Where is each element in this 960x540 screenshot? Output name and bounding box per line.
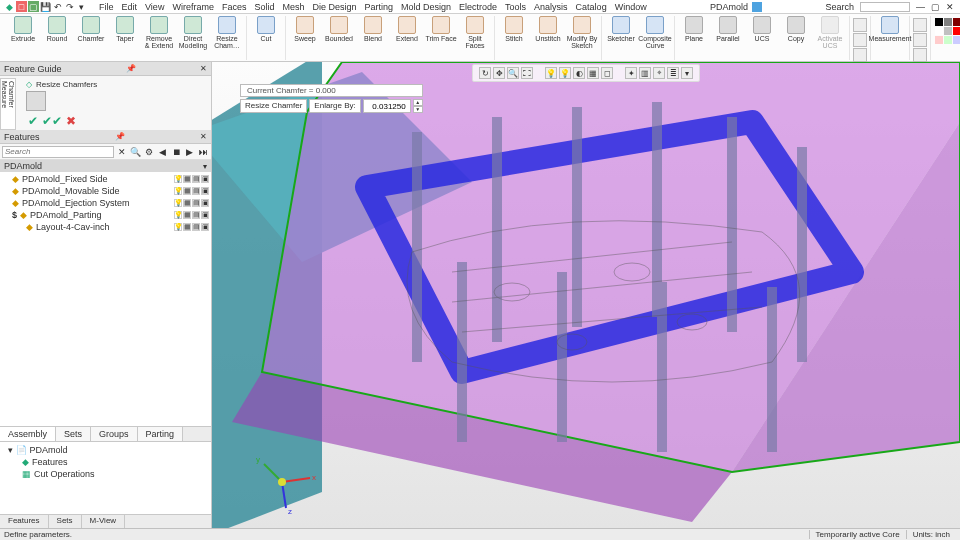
feature-node[interactable]: ◆Layout-4-Cav-inch💡▦▤▣	[0, 221, 211, 233]
menu-electrode[interactable]: Electrode	[459, 2, 497, 12]
activate-ucs-button[interactable]: Activate UCS	[814, 16, 846, 49]
menu-faces[interactable]: Faces	[222, 2, 247, 12]
menu-tools[interactable]: Tools	[505, 2, 526, 12]
vt-wire-icon[interactable]: ▦	[587, 67, 599, 79]
search-input[interactable]	[860, 2, 910, 12]
feature-node[interactable]: ◆PDAmold_Movable Side💡▦▤▣	[0, 185, 211, 197]
vis-icon[interactable]: 💡	[174, 187, 182, 195]
vt-more-icon[interactable]: ▾	[681, 67, 693, 79]
chamfer-value-input[interactable]	[363, 99, 411, 113]
qat-redo-icon[interactable]: ↷	[64, 1, 75, 12]
menu-window[interactable]: Window	[615, 2, 647, 12]
assembly-features[interactable]: ◆Features	[4, 456, 207, 468]
color-swatch[interactable]	[944, 18, 952, 26]
stitch-button[interactable]: Stitch	[498, 16, 530, 42]
vt-shade-icon[interactable]: ◐	[573, 67, 585, 79]
trim-face-button[interactable]: Trim Face	[425, 16, 457, 42]
lock-icon[interactable]: ▦	[183, 211, 191, 219]
document-icon[interactable]	[752, 2, 762, 12]
stop-icon[interactable]: ⏹	[170, 146, 182, 158]
qat-undo-icon[interactable]: ↶	[52, 1, 63, 12]
text-tool-icon[interactable]	[853, 48, 867, 62]
color-swatch[interactable]	[935, 36, 943, 44]
tab-groups[interactable]: Groups	[91, 427, 138, 441]
vt-zoom-icon[interactable]: 🔍	[507, 67, 519, 79]
vt-bulb2-icon[interactable]: 💡	[559, 67, 571, 79]
remove-extend-button[interactable]: Remove & Extend	[143, 16, 175, 49]
menu-mold-design[interactable]: Mold Design	[401, 2, 451, 12]
prev-icon[interactable]: ◀	[157, 146, 169, 158]
menu-file[interactable]: File	[99, 2, 114, 12]
lock-icon[interactable]: ▦	[183, 187, 191, 195]
ext-icon[interactable]: ▣	[201, 223, 209, 231]
sel-icon[interactable]: ▤	[192, 187, 200, 195]
lock-icon[interactable]: ▦	[183, 199, 191, 207]
color-palette[interactable]	[935, 18, 960, 44]
cancel-icon[interactable]: ✖	[66, 114, 76, 128]
copy-button[interactable]: Copy	[780, 16, 812, 42]
color-swatch[interactable]	[953, 36, 960, 44]
minimize-icon[interactable]: —	[916, 2, 925, 12]
btab-sets[interactable]: Sets	[49, 515, 82, 528]
close-icon[interactable]: ✕	[946, 2, 954, 12]
split-faces-button[interactable]: Split Faces	[459, 16, 491, 49]
vt-ghost-icon[interactable]: ◻	[601, 67, 613, 79]
qat-more-icon[interactable]: ▾	[76, 1, 87, 12]
qat-new-icon[interactable]: □	[16, 1, 27, 12]
extrude-button[interactable]: Extrude	[7, 16, 39, 42]
sel-icon[interactable]: ▤	[192, 211, 200, 219]
color-swatch[interactable]	[944, 27, 952, 35]
vis-icon[interactable]: 💡	[174, 175, 182, 183]
lock-icon[interactable]: ▦	[183, 223, 191, 231]
color-swatch[interactable]	[944, 36, 952, 44]
qat-open-icon[interactable]: ▢	[28, 1, 39, 12]
fg-option-icon[interactable]	[26, 91, 46, 111]
spin-up-icon[interactable]: ▲	[413, 99, 423, 106]
sketcher-button[interactable]: Sketcher	[605, 16, 637, 42]
blend-button[interactable]: Blend	[357, 16, 389, 42]
ang-tool-icon[interactable]	[853, 33, 867, 47]
vt-pan-icon[interactable]: ✥	[493, 67, 505, 79]
menu-catalog[interactable]: Catalog	[576, 2, 607, 12]
tab-sets[interactable]: Sets	[56, 427, 91, 441]
sel-icon[interactable]: ▤	[192, 175, 200, 183]
taper-button[interactable]: Taper	[109, 16, 141, 42]
menu-die-design[interactable]: Die Design	[312, 2, 356, 12]
modify-by-sketch-button[interactable]: Modify By Sketch	[566, 16, 598, 49]
assembly-cut-ops[interactable]: ▦Cut Operations	[4, 468, 207, 480]
color-swatch[interactable]	[935, 27, 943, 35]
assembly-root[interactable]: ▾ 📄PDAmold	[4, 444, 207, 456]
app-icon[interactable]: ◆	[4, 1, 15, 12]
direct-modeling-button[interactable]: Direct Modeling	[177, 16, 209, 49]
ext-icon[interactable]: ▣	[201, 199, 209, 207]
menu-solid[interactable]: Solid	[254, 2, 274, 12]
search-clear-icon[interactable]: ✕	[116, 146, 128, 158]
sel-icon[interactable]: ▤	[192, 199, 200, 207]
vis-icon[interactable]: 💡	[174, 199, 182, 207]
measurement-button[interactable]: Measurement	[874, 16, 906, 42]
vis-icon[interactable]: 💡	[174, 223, 182, 231]
resize-chamfer-chip[interactable]: Resize Chamfer	[240, 99, 307, 113]
features-close-icon[interactable]: ✕	[200, 132, 207, 141]
feature-node[interactable]: ◆PDAmold_Fixed Side💡▦▤▣	[0, 173, 211, 185]
tree-root[interactable]: PDAmold▾	[0, 160, 211, 172]
search-icon[interactable]: 🔍	[130, 146, 142, 158]
vt-fit-icon[interactable]: ⛶	[521, 67, 533, 79]
vt-rotate-icon[interactable]: ↻	[479, 67, 491, 79]
plane-button[interactable]: Plane	[678, 16, 710, 42]
vt-layer-icon[interactable]: ≣	[667, 67, 679, 79]
ext-icon[interactable]: ▣	[201, 211, 209, 219]
btab-mview[interactable]: M-View	[82, 515, 126, 528]
dim-tool-icon[interactable]	[853, 18, 867, 32]
viewport-3d[interactable]: x y z ↻✥🔍⛶ 💡💡◐▦◻ ✦▥⌖≣▾ Current Chamfer =…	[212, 62, 960, 528]
parallel-button[interactable]: Parallel	[712, 16, 744, 42]
features-pin-icon[interactable]: 📌	[115, 132, 125, 141]
menu-analysis[interactable]: Analysis	[534, 2, 568, 12]
ext-icon[interactable]: ▣	[201, 187, 209, 195]
tab-assembly[interactable]: Assembly	[0, 427, 56, 441]
end-icon[interactable]: ⏭	[197, 146, 209, 158]
composite-curve-button[interactable]: Composite Curve	[639, 16, 671, 49]
pin-icon[interactable]: 📌	[126, 64, 136, 73]
ok-repeat-icon[interactable]: ✔✔	[42, 114, 62, 128]
bounded-button[interactable]: Bounded	[323, 16, 355, 42]
